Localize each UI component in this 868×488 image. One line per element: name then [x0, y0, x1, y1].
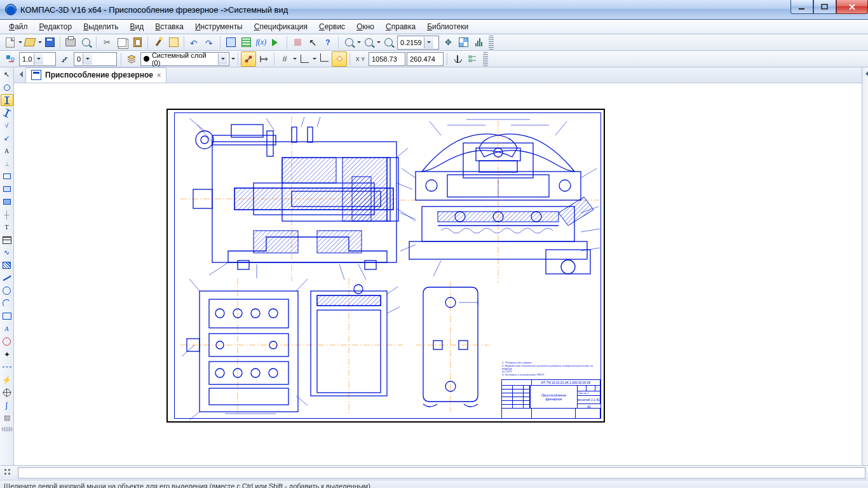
vtool-line[interactable] [1, 272, 13, 284]
menu-editor[interactable]: Редактор [34, 21, 78, 32]
drawing-canvas[interactable]: 1. "Размеры для справок." 2. Неуказанные… [14, 83, 862, 465]
scale-combo[interactable]: 1.0 [19, 52, 56, 66]
cursor-button[interactable]: ↖ [305, 35, 320, 50]
menu-help[interactable]: Справка [381, 21, 421, 32]
layer-dropdown[interactable] [218, 53, 227, 65]
ortho-origin-dropdown[interactable] [312, 52, 316, 66]
menu-file[interactable]: Файл [4, 21, 33, 32]
vtool-hatch2[interactable]: ▨ [1, 412, 13, 424]
vtool-parametric[interactable]: ⚡ [1, 374, 13, 386]
coords-label-button[interactable]: X Y [353, 51, 368, 67]
model-tree-button[interactable] [465, 51, 480, 67]
pan-button[interactable]: ✥ [440, 35, 456, 50]
vtool-measure[interactable] [1, 386, 13, 398]
vtool-text-leader[interactable]: A [1, 145, 13, 157]
menu-spec[interactable]: Спецификация [249, 21, 313, 32]
vtool-datum[interactable] [1, 170, 13, 182]
menu-select[interactable]: Выделить [78, 21, 123, 32]
dimension-toggle-button[interactable] [256, 51, 271, 67]
vtool-table[interactable] [1, 234, 13, 246]
step-button[interactable] [57, 51, 72, 67]
spec-tree-button[interactable] [238, 35, 254, 50]
vtool-spline[interactable] [1, 336, 13, 348]
ortho-origin-button[interactable] [297, 51, 312, 67]
vtool-dimension-linear[interactable] [1, 94, 13, 106]
vtool-text[interactable]: T [1, 221, 13, 233]
whatsthis-button[interactable]: ? [320, 35, 336, 50]
zoom-dynamic-button[interactable] [361, 35, 376, 50]
right-panel-expander[interactable] [862, 67, 868, 465]
ortho-button[interactable] [316, 51, 332, 67]
open-dropdown[interactable] [37, 36, 42, 50]
vtool-curve[interactable]: ∫ [1, 399, 13, 411]
new-dropdown[interactable] [18, 36, 22, 50]
save-button[interactable] [42, 35, 57, 50]
vtool-dimension-radial[interactable] [1, 81, 13, 93]
vtool-leader[interactable]: ↙ [1, 132, 13, 144]
scale-dropdown[interactable] [34, 53, 43, 65]
print-button[interactable] [63, 35, 78, 50]
open-button[interactable] [22, 35, 37, 50]
cut-button[interactable]: ✂ [99, 35, 114, 50]
toolbar-grip[interactable] [489, 36, 494, 50]
zoom-dynamic-dropdown[interactable] [376, 36, 381, 50]
spec-manager-button[interactable] [223, 35, 238, 50]
step-dropdown[interactable] [83, 53, 92, 65]
vtool-letter-a[interactable]: А [1, 323, 13, 335]
vtool-view-arrow[interactable] [1, 196, 13, 208]
vtool-rectangle[interactable] [1, 310, 13, 322]
zoom-prev-button[interactable] [381, 35, 396, 50]
format-painter-button[interactable] [151, 35, 166, 50]
vtool-hatch[interactable] [1, 259, 13, 271]
vtool-circle[interactable] [1, 285, 13, 297]
vertical-toolbar-grip[interactable] [2, 427, 12, 431]
vtool-pointer[interactable]: ↖ [1, 69, 13, 81]
minimize-button[interactable] [790, 0, 813, 14]
zoom-combo[interactable]: 0.2159 [397, 36, 439, 50]
zoom-window-button[interactable] [341, 35, 356, 50]
menu-tools[interactable]: Инструменты [190, 21, 248, 32]
run-macro-button[interactable] [269, 35, 284, 50]
properties-button[interactable] [166, 35, 181, 50]
refresh-button[interactable] [471, 35, 486, 50]
rounding-button[interactable] [332, 51, 347, 67]
undo-button[interactable] [187, 35, 202, 50]
vtool-roughness[interactable]: √ [1, 119, 13, 132]
menu-window[interactable]: Окно [351, 21, 379, 32]
menu-libs[interactable]: Библиотеки [422, 21, 473, 32]
toolbar-grip[interactable] [483, 52, 488, 66]
print-preview-button[interactable] [78, 35, 93, 50]
snap-toggle-button[interactable] [241, 51, 256, 67]
vtool-aux-line[interactable] [1, 361, 13, 373]
copy-button[interactable] [114, 35, 130, 50]
paste-button[interactable] [130, 35, 145, 50]
stop-button[interactable] [290, 35, 305, 50]
variables-button[interactable]: f(x) [254, 35, 269, 50]
grid-dropdown[interactable] [292, 52, 297, 66]
menu-insert[interactable]: Вставка [150, 21, 189, 32]
vtool-section-line[interactable] [1, 183, 13, 195]
local-cs-button[interactable] [450, 51, 465, 67]
vtool-arc[interactable] [1, 297, 13, 309]
vtool-wavy-cut[interactable]: ∿ [1, 247, 13, 259]
property-panel-grip-icon[interactable] [3, 467, 15, 478]
view-windows-button[interactable] [456, 35, 471, 50]
step-combo[interactable]: 0 [74, 52, 117, 66]
new-button[interactable] [3, 35, 18, 50]
close-button[interactable] [836, 0, 868, 14]
vtool-centerline[interactable]: ┼ [1, 208, 13, 220]
menu-service[interactable]: Сервис [314, 21, 350, 32]
redo-button[interactable] [202, 35, 217, 50]
zoom-combo-dropdown[interactable] [424, 37, 433, 48]
zoom-window-dropdown[interactable] [356, 36, 361, 50]
document-tab-close[interactable]: × [157, 71, 161, 79]
grid-button[interactable]: # [277, 51, 292, 67]
layer-combo[interactable]: Системный слой (0) [140, 52, 229, 66]
document-tab[interactable]: Приспособление фрезерное × [25, 67, 166, 83]
vtool-tolerance[interactable]: ⟂ [1, 158, 13, 170]
vtool-dimension-auto[interactable] [1, 107, 13, 119]
insert-view-button[interactable] [3, 51, 18, 67]
maximize-button[interactable] [813, 0, 836, 14]
vtool-point[interactable]: ✦ [1, 348, 13, 360]
menu-view[interactable]: Вид [125, 21, 149, 32]
